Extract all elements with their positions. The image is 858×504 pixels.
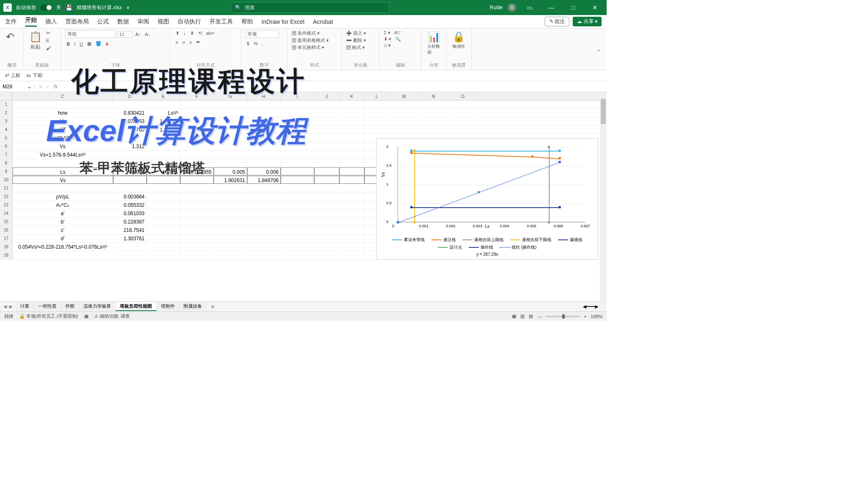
cell[interactable]: 0.001 <box>147 167 180 175</box>
cell[interactable] <box>147 251 180 259</box>
cell[interactable] <box>147 234 180 242</box>
cell[interactable] <box>339 226 364 234</box>
cell[interactable] <box>113 134 147 142</box>
collapse-ribbon-icon[interactable]: ⌄ <box>597 46 601 52</box>
analyze-data-button[interactable]: 📊分析数据 <box>426 30 442 56</box>
cell[interactable] <box>448 117 478 125</box>
fill-button[interactable]: ⬇ ▾ 🔍 <box>384 36 401 42</box>
number-format-select[interactable]: 常规 <box>246 30 279 38</box>
cell[interactable] <box>339 126 364 134</box>
legend-item[interactable]: 漏液线 <box>558 237 582 243</box>
cell[interactable] <box>147 142 180 150</box>
italic-button[interactable]: I <box>73 41 77 47</box>
cell[interactable] <box>247 193 281 201</box>
align-bottom-icon[interactable]: ⬇ <box>189 30 195 36</box>
ribbon-mode-icon[interactable]: ▭ <box>521 4 538 11</box>
cell[interactable] <box>113 100 147 108</box>
cell[interactable] <box>339 100 364 108</box>
cell[interactable] <box>314 167 339 175</box>
cell[interactable] <box>180 184 214 192</box>
cell[interactable] <box>419 117 448 125</box>
legend-item[interactable]: 操作线 <box>469 244 493 250</box>
cell[interactable] <box>390 100 419 108</box>
legend-item[interactable]: 线性 (操作线) <box>500 244 536 250</box>
cell[interactable] <box>180 159 214 167</box>
cell[interactable] <box>180 243 214 251</box>
cell[interactable] <box>390 117 419 125</box>
cell[interactable] <box>214 209 247 217</box>
underline-button[interactable]: U <box>78 41 84 47</box>
row-header[interactable]: 15 <box>0 218 13 226</box>
sheet-tab[interactable]: 塔附件 <box>157 302 179 311</box>
cell[interactable] <box>314 184 339 192</box>
cell[interactable] <box>147 176 180 184</box>
cell[interactable] <box>214 193 247 201</box>
currency-icon[interactable]: $ <box>246 41 251 46</box>
save-icon[interactable]: 💾 <box>65 4 72 11</box>
cell[interactable] <box>147 243 180 251</box>
cell[interactable] <box>419 100 448 108</box>
ribbon-tab[interactable]: 开发工具 <box>209 18 233 26</box>
cell[interactable] <box>247 226 281 234</box>
cell[interactable] <box>13 159 113 167</box>
zoom-level[interactable]: 109% <box>591 314 602 319</box>
cell[interactable]: 0.003664 <box>113 193 147 201</box>
font-name-select[interactable]: 等线 <box>65 30 116 38</box>
cell[interactable] <box>247 117 281 125</box>
add-sheet-button[interactable]: ⊕ <box>207 304 219 309</box>
cell[interactable] <box>147 134 180 142</box>
cell[interactable] <box>314 151 339 159</box>
search-input[interactable]: 🔍 搜索 <box>230 2 390 13</box>
cell[interactable] <box>281 100 314 108</box>
superscript-button[interactable]: x² 上标 <box>5 72 21 79</box>
cell[interactable] <box>214 126 247 134</box>
sheet-tab[interactable]: 塔板负荷性能图 <box>116 302 157 311</box>
fx-icon[interactable]: fx <box>54 84 57 90</box>
cell[interactable] <box>448 126 478 134</box>
cell[interactable] <box>180 193 214 201</box>
border-button[interactable]: ▦ <box>86 41 93 47</box>
clear-button[interactable]: ◇ ▾ <box>384 43 391 48</box>
cell[interactable] <box>281 167 314 175</box>
cell[interactable] <box>214 201 247 209</box>
cell[interactable]: d' <box>13 234 113 242</box>
cell[interactable] <box>281 176 314 184</box>
cell[interactable] <box>247 243 281 251</box>
align-top-icon[interactable]: ⬆ <box>174 30 181 36</box>
row-header[interactable]: 10 <box>0 176 13 184</box>
comma-icon[interactable]: , <box>261 41 264 46</box>
avatar[interactable]: R <box>508 3 516 12</box>
conditional-format-button[interactable]: ▦ 条件格式 ▾ <box>292 30 320 36</box>
cell[interactable] <box>113 159 147 167</box>
cell[interactable] <box>339 134 364 142</box>
table-format-button[interactable]: ▦ 套用表格格式 ▾ <box>292 37 329 44</box>
copy-icon[interactable]: ⎘ <box>46 38 51 44</box>
row-header[interactable]: 2 <box>0 109 13 117</box>
align-right-icon[interactable]: ≡ <box>188 39 193 45</box>
cell[interactable] <box>180 251 214 259</box>
status-access[interactable]: 🔓 常规\所有员工 (不受限制) <box>19 313 78 319</box>
minimize-icon[interactable]: — <box>543 4 560 11</box>
column-header[interactable]: K <box>339 92 364 100</box>
cell[interactable] <box>180 126 214 134</box>
row-header[interactable]: 13 <box>0 201 13 209</box>
fill-color-button[interactable]: 🪣 <box>94 41 103 47</box>
cell[interactable]: 0.002955 <box>180 167 214 175</box>
sheet-tab[interactable]: 流体力学验算 <box>79 302 116 311</box>
cell[interactable]: Ls <box>13 167 113 175</box>
cell[interactable] <box>180 109 214 117</box>
cell[interactable] <box>339 117 364 125</box>
cell[interactable] <box>180 142 214 150</box>
cell[interactable] <box>180 226 214 234</box>
cell[interactable] <box>314 201 339 209</box>
cell[interactable] <box>180 117 214 125</box>
cell[interactable] <box>214 251 247 259</box>
orientation-icon[interactable]: ⟲ <box>197 30 203 36</box>
cell[interactable] <box>314 243 339 251</box>
cell[interactable] <box>247 159 281 167</box>
cell[interactable] <box>390 126 419 134</box>
view-normal-icon[interactable]: ▦ <box>512 314 516 319</box>
cell[interactable] <box>247 209 281 217</box>
cell[interactable]: Vs=1.576-9.544Ls²/³ <box>13 151 113 159</box>
column-header[interactable]: O <box>448 92 478 100</box>
